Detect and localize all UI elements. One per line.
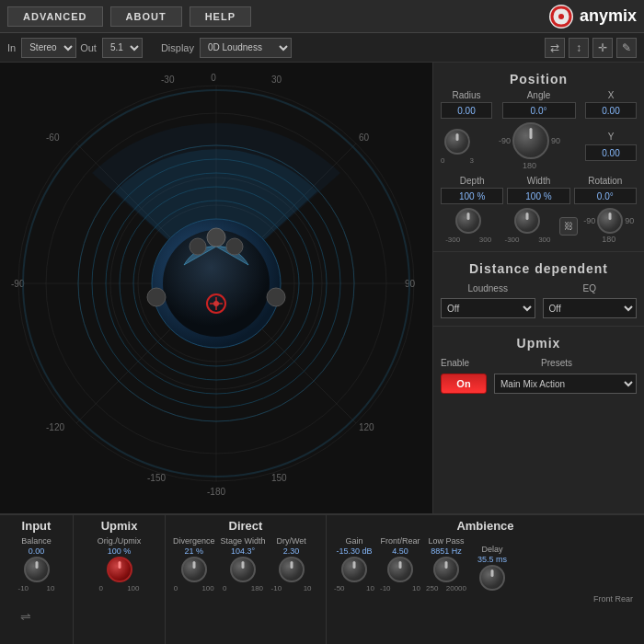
radius-knob[interactable] [444, 129, 470, 155]
divergence-label: Divergence [173, 536, 215, 546]
gain-knob[interactable] [341, 557, 367, 582]
edit-icon[interactable]: ✎ [616, 38, 637, 58]
ambience-title: Ambience [334, 519, 637, 533]
gain-tick-max: 10 [366, 584, 374, 592]
arrow-ud-icon[interactable]: ↕ [569, 38, 589, 58]
anymix-logo-icon [548, 4, 574, 29]
loudness-select[interactable]: Off [441, 298, 535, 318]
delay-value: 35.5 ms [477, 555, 507, 564]
angle-knob[interactable] [512, 122, 549, 159]
direct-title: Direct [173, 519, 318, 533]
angle-value[interactable]: 0.0° [502, 102, 576, 119]
arrow-lr-icon[interactable]: ⇄ [545, 38, 565, 58]
svg-point-29 [207, 228, 225, 247]
eq-select[interactable]: Off [543, 298, 638, 318]
position-top-row: Radius 0.00 Angle 0.0° X 0.00 [441, 90, 637, 119]
frontrear-knob[interactable] [387, 557, 413, 582]
x-label: X [608, 90, 615, 100]
radius-label: Radius [452, 90, 480, 100]
upmix-bottom-section: Upmix Orig./Upmix 100 % 0 100 [74, 515, 166, 644]
frontrear-param: Front/Rear 4.50 -10 10 [380, 536, 420, 592]
distance-row: Loudness Off EQ Off [441, 283, 637, 318]
help-button[interactable]: HELP [190, 6, 251, 27]
logo-text: anymix [580, 6, 637, 26]
stagewidth-label: Stage Width [221, 536, 266, 546]
rotation-col: Rotation 0.0° [574, 176, 637, 204]
out-label: Out [80, 42, 97, 53]
upmix-labels-row: Enable Presets [441, 358, 637, 370]
rotation-value[interactable]: 0.0° [574, 188, 637, 204]
in-label: In [7, 42, 16, 53]
presets-label: Presets [541, 358, 572, 368]
angle-180-label: 180 [523, 161, 536, 170]
gain-label: Gain [345, 536, 362, 546]
y-value[interactable]: 0.00 [585, 144, 637, 161]
upmix-bottom-title: Upmix [81, 519, 157, 533]
drywet-label: Dry/Wet [276, 536, 305, 546]
rot-max-label: 90 [625, 216, 634, 225]
drywet-knob[interactable] [279, 557, 305, 582]
radius-col: Radius 0.00 [441, 90, 492, 119]
divergence-knob[interactable] [181, 557, 207, 582]
balance-param: Balance 0.00 -10 10 [7, 536, 65, 592]
stagewidth-value: 104.3° [231, 546, 255, 556]
lowpass-knob[interactable] [433, 557, 459, 582]
orig-knob[interactable] [107, 557, 132, 582]
fr-tick-min: -10 [380, 584, 391, 592]
distance-section: Distance dependent Loudness Off EQ Off [433, 252, 644, 327]
about-button[interactable]: ABOUT [110, 6, 182, 27]
link-icon[interactable]: ⛓ [559, 217, 578, 236]
drywet-value: 2.30 [283, 546, 300, 556]
loudness-label: Loudness [468, 283, 508, 293]
svg-point-30 [190, 238, 206, 255]
preset-select[interactable]: Main Mix Action [494, 374, 637, 394]
upmix-toggle[interactable]: On [441, 374, 487, 394]
radius-tick-max: 3 [470, 156, 474, 165]
frontrear-label: Front/Rear [380, 536, 420, 546]
rot-180-label: 180 [602, 235, 615, 244]
dwr-knobs-row: -300 300 -300 300 ⛓ -90 [441, 208, 637, 244]
x-value[interactable]: 0.00 [585, 102, 637, 119]
delay-knob[interactable] [479, 565, 505, 591]
display-label: Display [161, 42, 194, 53]
upmix-controls-row: On Main Mix Action [441, 374, 637, 394]
ambience-section: Ambience Gain -15.30 dB -50 10 Front/Rea… [327, 515, 644, 644]
width-label: Width [527, 176, 551, 186]
right-panel: Position Radius 0.00 Angle 0.0° X 0.00 [432, 63, 644, 513]
rotation-knob[interactable] [597, 208, 623, 234]
transfer-icon[interactable]: ⇌ [20, 609, 31, 624]
visualizer-panel[interactable]: 0 -30 30 -60 60 -90 90 -120 120 -150 150… [0, 63, 432, 513]
radius-tick-min: 0 [441, 156, 444, 165]
stagewidth-knob[interactable] [230, 557, 256, 582]
position-title: Position [441, 66, 637, 90]
in-select[interactable]: Stereo [21, 38, 76, 58]
gain-value: -15.30 dB [336, 546, 372, 556]
balance-tick-min: -10 [18, 584, 29, 592]
y-label: Y [608, 132, 615, 142]
balance-tick-max: 10 [47, 584, 55, 592]
upmix-section: Upmix Enable Presets On Main Mix Action [433, 327, 644, 401]
fr-tick-max: 10 [412, 584, 420, 592]
svg-text:-60: -60 [46, 132, 60, 143]
angle-col: Angle 0.0° [496, 90, 581, 119]
width-knob[interactable] [514, 208, 540, 234]
display-select[interactable]: 0D Loudness [200, 38, 292, 58]
eq-label: EQ [583, 283, 596, 293]
balance-knob[interactable] [24, 557, 50, 582]
depth-label: Depth [460, 176, 485, 186]
crosshair-icon[interactable]: ✛ [592, 38, 613, 58]
radius-value[interactable]: 0.00 [441, 102, 492, 119]
input-title: Input [7, 519, 65, 533]
depth-knob[interactable] [455, 208, 481, 234]
depth-value[interactable]: 100 % [441, 188, 503, 204]
lowpass-label: Low Pass [428, 536, 464, 546]
depth-col: Depth 100 % [441, 176, 503, 204]
dwrLabels: Depth 100 % Width 100 % Rotation 0.0° [441, 176, 637, 204]
angle-label: Angle [527, 90, 551, 100]
stagewidth-param: Stage Width 104.3° 0 180 [221, 536, 266, 592]
angle-max-label: 90 [551, 136, 560, 145]
out-select[interactable]: 5.1 [102, 38, 143, 58]
advanced-button[interactable]: ADVANCED [7, 6, 103, 27]
gain-tick-min: -50 [334, 584, 345, 592]
width-value[interactable]: 100 % [507, 188, 569, 204]
